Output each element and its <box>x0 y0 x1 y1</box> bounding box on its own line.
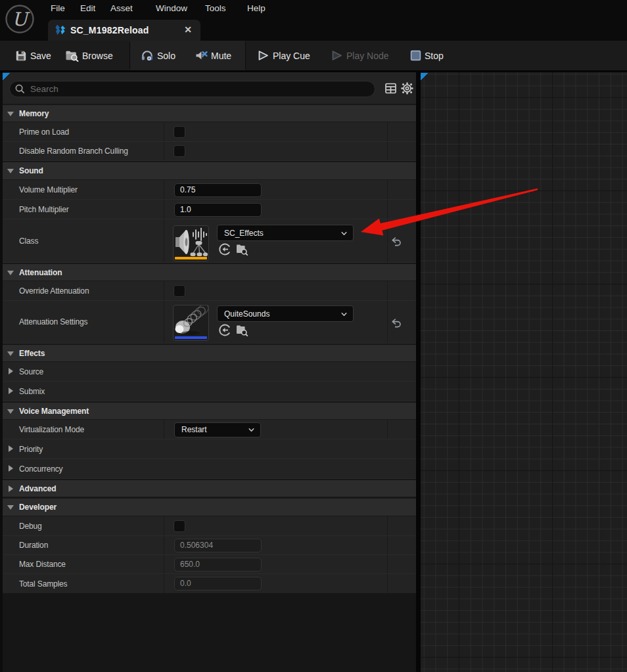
checkbox-debug[interactable] <box>174 520 185 532</box>
save-label: Save <box>30 51 51 61</box>
collapsed-arrow-icon[interactable] <box>9 388 13 394</box>
details-search-row: Search <box>3 72 416 104</box>
collapsed-arrow-icon[interactable] <box>9 445 13 452</box>
asset-type-color-bar <box>175 257 207 259</box>
expanded-arrow-icon[interactable] <box>7 169 14 173</box>
category-header-sound: Sound <box>3 161 416 180</box>
asset-action-icons <box>219 243 248 256</box>
menu-file[interactable]: File <box>51 0 65 17</box>
column-splitter[interactable] <box>164 516 164 535</box>
expandable-row-submix: Submix <box>3 382 416 401</box>
browse-button[interactable]: Browse <box>65 41 113 70</box>
column-splitter[interactable] <box>164 180 164 199</box>
value-input-pitch-multiplier[interactable]: 1.0 <box>174 203 262 217</box>
settings-gear-icon[interactable] <box>400 72 413 104</box>
checkbox-prime-on-load[interactable] <box>174 126 185 138</box>
value-input-max-distance: 650.0 <box>174 558 262 571</box>
property-row-total-samples: Total Samples0.0 <box>3 574 416 593</box>
tab-sc-m1982reload[interactable]: SC_M1982Reload ✕ <box>48 20 200 41</box>
search-input[interactable]: Search <box>9 81 375 97</box>
column-splitter[interactable] <box>164 200 164 219</box>
checkbox-override-attenuation[interactable] <box>174 285 185 297</box>
search-icon <box>14 83 26 95</box>
browse-to-asset-icon[interactable] <box>235 324 248 336</box>
play-node-button[interactable]: Play Node <box>331 41 389 70</box>
column-splitter[interactable] <box>164 536 164 554</box>
checkbox-disable-random-branch-culling[interactable] <box>174 145 185 157</box>
asset-thumbnail[interactable] <box>173 305 209 341</box>
column-splitter[interactable] <box>164 281 164 300</box>
menu-tools[interactable]: Tools <box>205 0 226 17</box>
panel-divider[interactable] <box>416 72 421 672</box>
column-splitter[interactable] <box>164 122 164 141</box>
column-splitter[interactable] <box>164 219 164 262</box>
column-splitter[interactable] <box>164 555 164 573</box>
expanded-arrow-icon[interactable] <box>7 409 14 414</box>
dropdown-value: Restart <box>181 423 207 437</box>
mute-button[interactable]: Mute <box>195 41 231 70</box>
browse-to-asset-icon[interactable] <box>235 243 248 256</box>
tab-close-icon[interactable]: ✕ <box>179 20 197 41</box>
reset-to-default-icon[interactable] <box>391 319 403 329</box>
property-label: Attenuation Settings <box>19 301 87 343</box>
property-row-override-attenuation: Override Attenuation <box>3 281 416 301</box>
property-row-attenuation-settings: Attenuation Settings QuiteSounds <box>3 301 416 344</box>
property-matrix-icon[interactable] <box>384 72 397 104</box>
column-splitter <box>387 301 388 343</box>
value-input-volume-multiplier[interactable]: 0.75 <box>174 183 262 197</box>
asset-type-color-bar <box>175 336 207 339</box>
tab-strip: SC_M1982Reload ✕ <box>0 20 627 41</box>
panel-focus-corner <box>3 73 10 80</box>
asset-dropdown-class[interactable]: SC_Effects <box>217 225 354 241</box>
asset-thumbnail[interactable] <box>173 225 209 261</box>
column-splitter[interactable] <box>164 420 164 439</box>
play-cue-label: Play Cue <box>273 51 310 61</box>
category-label: Attenuation <box>19 264 62 280</box>
expanded-arrow-icon[interactable] <box>7 112 14 116</box>
column-splitter[interactable] <box>164 301 164 343</box>
save-icon <box>15 50 27 62</box>
property-row-pitch-multiplier: Pitch Multiplier1.0 <box>3 200 416 219</box>
collapsed-arrow-icon[interactable] <box>9 485 13 492</box>
column-splitter[interactable] <box>164 574 164 593</box>
use-selected-asset-icon[interactable] <box>219 324 231 336</box>
reset-to-default-icon[interactable] <box>391 237 403 248</box>
category-header-advanced: Advanced <box>3 479 416 497</box>
property-label: Disable Random Branch Culling <box>19 142 128 160</box>
stop-button[interactable]: Stop <box>410 41 444 70</box>
solo-button[interactable]: Solo <box>141 41 175 70</box>
expanded-arrow-icon[interactable] <box>7 351 14 356</box>
expandable-row-source: Source <box>3 362 416 382</box>
category-label: Advanced <box>19 480 57 497</box>
save-button[interactable]: Save <box>15 41 51 70</box>
category-header-effects: Effects <box>3 344 416 362</box>
collapsed-arrow-icon[interactable] <box>9 465 13 472</box>
menu-help[interactable]: Help <box>247 0 266 17</box>
category-label: Effects <box>19 345 45 361</box>
collapsed-arrow-icon[interactable] <box>9 368 13 374</box>
browse-icon <box>65 49 79 62</box>
unreal-sound-cue-editor: U FileEditAssetWindowToolsHelp SC_M1982R… <box>0 0 627 672</box>
expanded-arrow-icon[interactable] <box>7 271 14 275</box>
menu-asset[interactable]: Asset <box>110 0 133 17</box>
expandable-row-priority: Priority <box>3 439 416 459</box>
play-cue-button[interactable]: Play Cue <box>257 41 310 70</box>
category-header-attenuation: Attenuation <box>3 263 416 281</box>
menu-edit[interactable]: Edit <box>80 0 95 17</box>
column-splitter <box>387 281 388 300</box>
toolbar-separator <box>245 42 246 69</box>
property-label: Override Attenuation <box>19 281 89 300</box>
column-splitter[interactable] <box>164 142 164 160</box>
toolbar-separator <box>129 42 130 69</box>
unreal-engine-logo-icon[interactable]: U <box>5 4 35 34</box>
category-label: Sound <box>19 162 43 179</box>
expanded-arrow-icon[interactable] <box>7 505 14 510</box>
sound-cue-graph-canvas[interactable] <box>421 72 627 672</box>
use-selected-asset-icon[interactable] <box>219 243 231 256</box>
property-label: Pitch Multiplier <box>19 200 69 219</box>
asset-dropdown-attenuation-settings[interactable]: QuiteSounds <box>217 305 354 322</box>
dropdown-virtualization-mode[interactable]: Restart <box>174 422 261 437</box>
search-placeholder: Search <box>30 81 58 97</box>
menu-window[interactable]: Window <box>156 0 187 17</box>
property-label: Source <box>19 362 43 381</box>
